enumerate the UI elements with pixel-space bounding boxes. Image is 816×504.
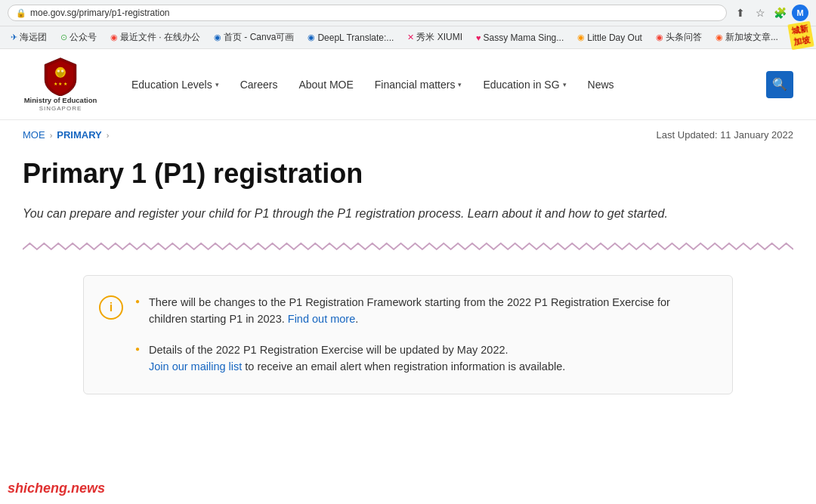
nav-label: Education Levels xyxy=(131,79,212,91)
browser-chrome: 🔒 moe.gov.sg/primary/p1-registration ⬆ ☆… xyxy=(0,0,816,26)
bookmark-icon: ⊙ xyxy=(60,32,67,42)
nav-education-in-sg[interactable]: Education in SG ▾ xyxy=(472,73,576,97)
bookmark-gongzhonghao[interactable]: ⊙ 公众号 xyxy=(57,29,100,45)
bookmark-icon: ◉ xyxy=(716,32,723,42)
bookmark-icon: ◉ xyxy=(656,32,663,42)
info-icon: i xyxy=(99,295,123,320)
bookmark-xiumi[interactable]: ✕ 秀米 XIUMI xyxy=(404,29,465,45)
page-title: Primary 1 (P1) registration xyxy=(23,157,793,190)
bookmark-label: 公众号 xyxy=(70,31,97,44)
bookmark-label: 最近文件 · 在线办公 xyxy=(120,31,200,44)
info-item-1-suffix: . xyxy=(355,313,358,325)
bookmark-icon: ♥ xyxy=(476,33,481,42)
bookmark-recent-files[interactable]: ◉ 最近文件 · 在线办公 xyxy=(107,29,203,45)
bookmarks-bar: ✈ 海远团 ⊙ 公众号 ◉ 最近文件 · 在线办公 ◉ 首页 - Canva可画… xyxy=(0,26,816,49)
nav-label: Financial matters xyxy=(375,79,456,91)
url-bar[interactable]: 🔒 moe.gov.sg/primary/p1-registration xyxy=(8,5,727,21)
chevron-down-icon: ▾ xyxy=(563,81,567,88)
bookmark-label: 海远团 xyxy=(20,31,47,44)
extensions-button[interactable]: 🧩 xyxy=(772,5,787,20)
nav-label: Education in SG xyxy=(483,79,559,91)
bookmark-singapore[interactable]: ◉ 新加坡文章... xyxy=(712,29,781,45)
bookmark-label: 头条问答 xyxy=(666,31,702,44)
breadcrumb-home[interactable]: MOE xyxy=(23,129,45,141)
bookmark-icon: ✈ xyxy=(11,32,17,42)
bookmark-icon: ◉ xyxy=(308,32,315,42)
profile-button[interactable]: M xyxy=(792,5,808,21)
page-subtitle: You can prepare and register your child … xyxy=(23,204,703,224)
nav-careers[interactable]: Careers xyxy=(230,73,289,97)
breadcrumb-end-arrow: › xyxy=(107,131,110,140)
info-item-2-text-after: to receive an email alert when registrat… xyxy=(242,360,565,373)
bookmark-label: DeepL Translate:... xyxy=(317,32,394,43)
breadcrumb-separator: › xyxy=(50,131,53,140)
bookmark-icon: ◉ xyxy=(110,32,118,42)
bookmark-label: 新加坡文章... xyxy=(725,31,778,44)
nav-education-levels[interactable]: Education Levels ▾ xyxy=(121,73,230,97)
breadcrumb-current[interactable]: PRIMARY xyxy=(57,129,101,141)
info-item-1: There will be changes to the P1 Registra… xyxy=(135,294,711,328)
search-button[interactable]: 🔍 xyxy=(766,71,793,98)
nav-label: About MOE xyxy=(298,79,353,91)
bookmark-icon: ✕ xyxy=(407,32,414,42)
share-button[interactable]: ⬆ xyxy=(733,5,748,20)
bookmark-icon: ◉ xyxy=(577,32,585,42)
logo-org-name: Ministry of Education xyxy=(24,96,97,105)
find-out-more-link[interactable]: Find out more xyxy=(288,313,355,325)
bookmark-label: 秀米 XIUMI xyxy=(416,31,462,44)
bookmark-icon: ◉ xyxy=(214,32,221,42)
info-box: i There will be changes to the P1 Regist… xyxy=(83,275,733,394)
nav-news[interactable]: News xyxy=(577,73,625,97)
page-content: Primary 1 (P1) registration You can prep… xyxy=(0,150,816,416)
moe-logo: ★ ★ ★ xyxy=(41,57,80,96)
bookmark-button[interactable]: ☆ xyxy=(753,5,768,20)
bookmark-label: Little Day Out xyxy=(587,32,642,43)
logo-country: SINGAPORE xyxy=(39,105,82,112)
last-updated-text: Last Updated: 11 January 2022 xyxy=(657,129,793,141)
breadcrumb: MOE › PRIMARY › Last Updated: 11 January… xyxy=(0,120,816,150)
bookmark-little-day-out[interactable]: ◉ Little Day Out xyxy=(574,31,645,45)
join-mailing-list-link[interactable]: Join our mailing list xyxy=(149,360,242,373)
svg-point-2 xyxy=(61,70,63,72)
search-icon: 🔍 xyxy=(772,77,787,91)
bookmark-toutiao[interactable]: ◉ 头条问答 xyxy=(653,29,705,45)
nav-about-moe[interactable]: About MOE xyxy=(288,73,363,97)
nav-label: News xyxy=(588,79,614,91)
bookmark-haiyuantuan[interactable]: ✈ 海远团 xyxy=(8,29,50,45)
logo-area: ★ ★ ★ Ministry of Education SINGAPORE xyxy=(23,57,98,112)
info-list: There will be changes to the P1 Registra… xyxy=(135,294,711,376)
url-text: moe.gov.sg/primary/p1-registration xyxy=(30,8,170,18)
svg-point-1 xyxy=(57,70,60,72)
info-item-1-text: There will be changes to the P1 Registra… xyxy=(149,296,670,325)
moe-site: ★ ★ ★ Ministry of Education SINGAPORE Ed… xyxy=(0,49,816,457)
zigzag-divider xyxy=(23,242,793,257)
lock-icon: 🔒 xyxy=(16,8,26,18)
chevron-down-icon: ▾ xyxy=(458,81,462,88)
nav-financial-matters[interactable]: Financial matters ▾ xyxy=(364,73,473,97)
nav-label: Careers xyxy=(240,79,278,91)
site-header: ★ ★ ★ Ministry of Education SINGAPORE Ed… xyxy=(0,49,816,120)
chevron-down-icon: ▾ xyxy=(215,81,219,88)
main-nav: Education Levels ▾ Careers About MOE Fin… xyxy=(121,73,759,97)
browser-actions: ⬆ ☆ 🧩 M xyxy=(733,5,808,21)
bookmark-sassy-mama[interactable]: ♥ Sassy Mama Sing... xyxy=(473,31,567,45)
bookmark-deepl[interactable]: ◉ DeepL Translate:... xyxy=(304,31,397,45)
svg-text:★ ★ ★: ★ ★ ★ xyxy=(54,82,67,86)
info-item-2: Details of the 2022 P1 Registration Exer… xyxy=(135,342,711,376)
bookmark-label: Sassy Mama Sing... xyxy=(484,32,564,43)
info-item-2-text-before: Details of the 2022 P1 Registration Exer… xyxy=(149,344,508,356)
bookmark-label: 首页 - Canva可画 xyxy=(224,31,294,44)
bookmark-canva[interactable]: ◉ 首页 - Canva可画 xyxy=(211,29,297,45)
